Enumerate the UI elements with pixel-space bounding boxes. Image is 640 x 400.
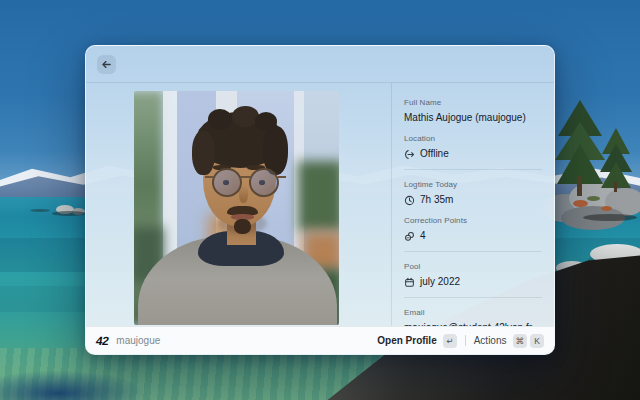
- coins-icon: [404, 231, 415, 242]
- metadata-section-pool: Pool july 2022: [404, 252, 542, 298]
- field-location: Location Offline: [404, 134, 542, 160]
- wallpaper-small-rock: [30, 209, 50, 212]
- enter-keycap[interactable]: ↵: [443, 334, 457, 348]
- search-query[interactable]: maujogue: [116, 335, 160, 346]
- window-header: [86, 46, 554, 83]
- 42-logo: 42: [95, 334, 110, 348]
- field-logtime-today: Logtime Today 7h 35m: [404, 180, 542, 206]
- screen: Full Name Mathis Aujogue (maujogue) Loca…: [0, 0, 640, 400]
- field-correction-points: Correction Points 4: [404, 216, 542, 242]
- metadata-panel: Full Name Mathis Aujogue (maujogue) Loca…: [391, 83, 554, 326]
- field-email: Email maujogue@student.42lyon.fr: [404, 308, 542, 326]
- profile-photo-area: [86, 83, 391, 326]
- clock-icon: [404, 195, 415, 206]
- metadata-section-identity: Full Name Mathis Aujogue (maujogue) Loca…: [404, 88, 542, 170]
- open-profile-button[interactable]: Open Profile: [377, 335, 436, 346]
- k-keycap[interactable]: K: [530, 334, 544, 348]
- cmd-keycap[interactable]: ⌘: [513, 334, 528, 348]
- action-bar-divider: [465, 335, 466, 346]
- back-button[interactable]: [97, 55, 116, 74]
- metadata-section-email: Email maujogue@student.42lyon.fr: [404, 298, 542, 326]
- wallpaper-small-rock: [52, 211, 86, 216]
- arrow-left-icon: [101, 59, 112, 70]
- photo-glasses: [212, 168, 242, 197]
- profile-photo: [134, 91, 339, 325]
- wallpaper-deep-patch: [0, 370, 146, 400]
- logout-icon: [404, 149, 415, 160]
- metadata-section-activity: Logtime Today 7h 35m Correction Points: [404, 170, 542, 252]
- field-full-name: Full Name Mathis Aujogue (maujogue): [404, 98, 542, 124]
- field-pool: Pool july 2022: [404, 262, 542, 288]
- raycast-window: Full Name Mathis Aujogue (maujogue) Loca…: [85, 45, 555, 355]
- calendar-icon: [404, 277, 415, 288]
- window-content: Full Name Mathis Aujogue (maujogue) Loca…: [86, 83, 554, 326]
- actions-button[interactable]: Actions: [474, 335, 507, 346]
- action-bar: 42 maujogue Open Profile ↵ Actions ⌘ K: [86, 326, 554, 354]
